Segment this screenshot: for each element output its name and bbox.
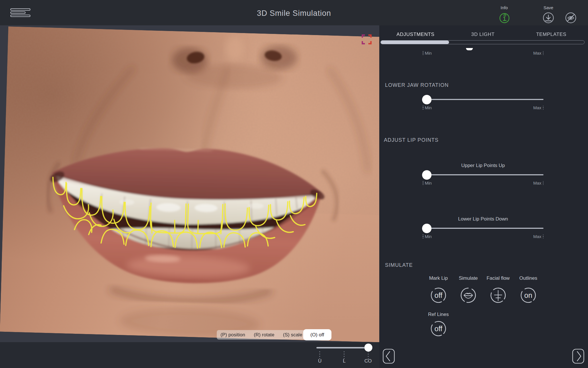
top-bar: 3D Smile Simulation Info Save <box>0 0 588 25</box>
lips-icon <box>464 293 473 298</box>
adjustments-panel: ADJUSTMENTS 3D LIGHT TEMPLATES Min Max L… <box>379 25 588 368</box>
panel-scrollbar-thumb[interactable] <box>381 41 449 44</box>
info-label: Info <box>493 5 516 10</box>
outlines-label: Outlines <box>512 275 544 281</box>
section-lower-jaw-rotation: LOWER JAW ROTATION <box>385 82 449 88</box>
mode-rotate[interactable]: (R) rotate <box>254 332 274 338</box>
slider-track[interactable] <box>423 174 543 175</box>
panel-scrollbar[interactable] <box>380 40 585 44</box>
app-root: 3D Smile Simulation Info Save <box>0 0 588 368</box>
facial-flow-button[interactable] <box>490 287 506 304</box>
label-upper-jaw[interactable]: U <box>314 358 326 364</box>
slider-minmax: Min Max <box>423 234 543 239</box>
slider-handle[interactable] <box>422 224 432 233</box>
previous-step-button[interactable] <box>383 349 395 364</box>
slider-track[interactable] <box>423 228 543 229</box>
mark-lip-toggle-button[interactable]: off <box>430 287 447 304</box>
simulate-label: Simulate <box>452 275 484 281</box>
section-simulate: SIMULATE <box>385 262 413 268</box>
ref-lines-toggle-button[interactable]: off <box>430 320 447 337</box>
save-download-icon[interactable] <box>543 12 554 25</box>
tab-3d-light[interactable]: 3D LIGHT <box>464 32 502 39</box>
tick-u <box>319 351 320 359</box>
chevron-left-icon <box>386 351 390 361</box>
tab-templates[interactable]: TEMPLATES <box>533 32 570 39</box>
ref-lines-label: Ref Lines <box>423 312 454 317</box>
fullscreen-corners-icon[interactable] <box>361 34 372 45</box>
slider-minmax: Min Max <box>423 181 543 185</box>
tab-adjustments[interactable]: ADJUSTMENTS <box>396 32 434 39</box>
label-combined[interactable]: CO <box>362 358 374 364</box>
label-lower-jaw[interactable]: L <box>339 358 350 364</box>
info-icon[interactable] <box>499 12 510 25</box>
save-label: Save <box>537 5 560 10</box>
lower-lip-points-down-label: Lower Lip Points Down <box>423 216 543 222</box>
patient-smile-photo <box>0 26 379 342</box>
mode-scale[interactable]: (S) scale <box>283 332 302 338</box>
chevron-right-icon <box>577 351 581 361</box>
smile-3d-viewport[interactable]: (P) position (R) rotate (S) scale (O) of… <box>0 25 379 342</box>
tick-l <box>344 351 345 359</box>
mode-off-button[interactable]: (O) off <box>303 329 331 340</box>
upper-lip-points-up-label: Upper Lip Points Up <box>423 163 543 168</box>
slider-track[interactable] <box>423 99 543 100</box>
next-step-button[interactable] <box>572 349 584 364</box>
slider-minmax: Min Max <box>423 105 543 110</box>
outlines-toggle-button[interactable]: on <box>520 287 537 304</box>
upper-lip-points-slider: Min Max <box>423 170 543 186</box>
slider-minmax-partial: Min Max <box>423 51 543 55</box>
jaw-view-slider-track[interactable] <box>316 347 370 348</box>
mode-position[interactable]: (P) position <box>220 332 245 338</box>
section-adjust-lip-points: ADJUST LIP POINTS <box>384 137 438 143</box>
slider-handle[interactable] <box>422 95 432 104</box>
mark-lip-label: Mark Lip <box>423 275 454 281</box>
lower-jaw-rotation-slider: Min Max <box>423 95 543 111</box>
jaw-view-switch-bar: U L CO <box>0 342 379 368</box>
slider-handle-partial[interactable] <box>466 48 473 50</box>
tick-co <box>368 351 369 359</box>
hide-preview-eye-off-icon[interactable] <box>565 12 577 25</box>
simulate-button[interactable] <box>460 287 477 304</box>
facial-flow-label: Facial flow <box>482 275 514 281</box>
facial-midline-icon <box>494 290 502 301</box>
slider-handle[interactable] <box>422 170 432 180</box>
lower-lip-points-slider: Min Max <box>423 224 543 240</box>
jaw-view-slider-handle[interactable] <box>364 344 372 352</box>
